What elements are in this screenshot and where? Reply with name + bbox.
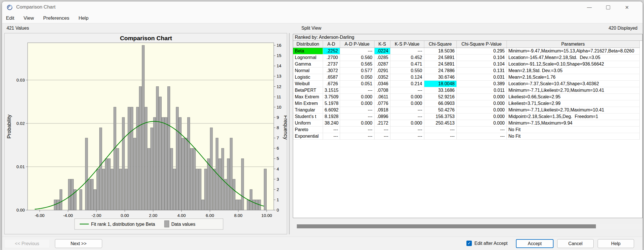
cell-ad[interactable]: .2252 bbox=[323, 48, 340, 54]
cell-adp[interactable]: 0.565 bbox=[340, 61, 374, 68]
cell-chip[interactable]: 0.000 bbox=[456, 100, 507, 107]
split-view-divider[interactable] bbox=[289, 33, 290, 234]
close-button[interactable]: ✕ bbox=[618, 1, 636, 13]
cell-dist[interactable]: Student's t bbox=[293, 113, 323, 120]
cell-chip[interactable]: 0.104 bbox=[456, 61, 507, 68]
help-button[interactable]: Help bbox=[598, 239, 634, 248]
cell-ksp[interactable]: 0.550 bbox=[390, 68, 424, 74]
cell-dist[interactable]: Lognormal bbox=[293, 54, 323, 61]
cell-adp[interactable]: 0.050 bbox=[340, 74, 374, 81]
cell-chip[interactable]: 0.000 bbox=[456, 113, 507, 120]
column-header-chip[interactable]: Chi-Square P-Value bbox=[456, 41, 507, 48]
cell-chip[interactable]: --- bbox=[456, 133, 507, 140]
scrollbar-thumb[interactable] bbox=[297, 224, 596, 228]
accept-button[interactable]: Accept bbox=[516, 239, 554, 248]
cell-chi[interactable]: 66.0903 bbox=[424, 100, 456, 107]
menu-help[interactable]: Help bbox=[75, 13, 92, 23]
cell-ad[interactable]: .6726 bbox=[323, 81, 340, 87]
cell-adp[interactable]: 0.000 bbox=[340, 100, 374, 107]
cell-chi[interactable]: 30.6746 bbox=[424, 74, 456, 81]
cell-adp[interactable]: --- bbox=[340, 107, 374, 113]
cell-chi[interactable]: 33.1686 bbox=[424, 87, 456, 94]
cell-ks[interactable]: --- bbox=[374, 127, 390, 133]
menu-view[interactable]: View bbox=[20, 13, 38, 23]
cell-ad[interactable]: 5.1978 bbox=[323, 100, 340, 107]
column-header-ks[interactable]: K-S bbox=[374, 41, 390, 48]
cell-ksp[interactable]: --- bbox=[390, 48, 424, 54]
cell-params[interactable]: Minimum=-7.15,Maximum=9.94 bbox=[507, 120, 639, 127]
cell-chip[interactable]: 0.000 bbox=[456, 120, 507, 127]
edit-after-accept-checkbox[interactable]: ✓ bbox=[466, 241, 472, 246]
cell-chip[interactable]: 0.000 bbox=[456, 94, 507, 100]
cell-chi[interactable]: 18.0048 bbox=[424, 81, 456, 87]
table-row-min-extrem[interactable]: Min Extrem5.19780.000.07760.00066.09030.… bbox=[293, 100, 639, 107]
column-header-dist[interactable]: Distribution bbox=[293, 41, 323, 48]
cell-chi[interactable]: 50.4276 bbox=[424, 107, 456, 113]
cell-ks[interactable]: .0346 bbox=[374, 81, 390, 87]
cell-ad[interactable]: .2737 bbox=[323, 61, 340, 68]
maximize-button[interactable] bbox=[599, 1, 618, 13]
table-row-gamma[interactable]: Gamma.27370.565.02870.47124.58910.104Loc… bbox=[293, 61, 639, 68]
cell-ad[interactable]: .3072 bbox=[323, 68, 340, 74]
cell-ad[interactable]: --- bbox=[323, 133, 340, 140]
cell-adp[interactable]: 0.000 bbox=[340, 120, 374, 127]
cell-chi[interactable]: 250.4513 bbox=[424, 120, 456, 127]
table-row-logistic[interactable]: Logistic.65870.050.03520.12430.67460.031… bbox=[293, 74, 639, 81]
cell-adp[interactable]: 0.560 bbox=[340, 54, 374, 61]
cell-ksp[interactable]: 0.452 bbox=[390, 54, 424, 61]
cell-ks[interactable]: .0918 bbox=[374, 107, 390, 113]
cell-params[interactable]: Likeliest=0.66,Scale=2.95 bbox=[507, 94, 639, 100]
cell-params[interactable]: Location=-91.12,Scale=0.10,Shape=936.566… bbox=[507, 61, 639, 68]
cell-chi[interactable]: --- bbox=[424, 133, 456, 140]
cell-dist[interactable]: Uniform bbox=[293, 120, 323, 127]
cell-chip[interactable]: 0.131 bbox=[456, 68, 507, 74]
cell-adp[interactable]: 0.051 bbox=[340, 81, 374, 87]
cell-ks[interactable]: .0776 bbox=[374, 100, 390, 107]
cell-dist[interactable]: Normal bbox=[293, 68, 323, 74]
cell-chi[interactable]: --- bbox=[424, 127, 456, 133]
cell-params[interactable]: No Fit bbox=[507, 127, 639, 133]
table-horizontal-scrollbar[interactable] bbox=[293, 224, 643, 229]
cancel-button[interactable]: Cancel bbox=[557, 239, 594, 248]
cell-dist[interactable]: Logistic bbox=[293, 74, 323, 81]
cell-params[interactable]: Location=-7.37,Scale=10.47,Shape=3.40362 bbox=[507, 81, 639, 87]
cell-ad[interactable]: 38.240 bbox=[323, 120, 340, 127]
column-header-params[interactable]: Parameters bbox=[507, 41, 639, 48]
cell-ks[interactable]: .0291 bbox=[374, 68, 390, 74]
cell-ksp[interactable]: 0.000 bbox=[390, 100, 424, 107]
cell-dist[interactable]: Weibull bbox=[293, 81, 323, 87]
cell-chip[interactable]: 0.295 bbox=[456, 48, 507, 54]
table-row-pareto[interactable]: Pareto------------------No Fit bbox=[293, 127, 639, 133]
cell-adp[interactable]: 0.000 bbox=[340, 94, 374, 100]
cell-ksp[interactable]: 0.000 bbox=[390, 120, 424, 127]
cell-adp[interactable]: --- bbox=[340, 48, 374, 54]
table-row-betapert[interactable]: BetaPERT3.1515---.0708---33.16860.011Min… bbox=[293, 87, 639, 94]
cell-dist[interactable]: Max Extrem bbox=[293, 94, 323, 100]
cell-chip[interactable]: 0.000 bbox=[456, 107, 507, 113]
cell-ksp[interactable]: --- bbox=[390, 133, 424, 140]
minimize-button[interactable]: — bbox=[580, 1, 599, 13]
cell-params[interactable]: Likeliest=3.71,Scale=2.99 bbox=[507, 100, 639, 107]
cell-ks[interactable]: .0287 bbox=[374, 61, 390, 68]
cell-ks[interactable]: .0896 bbox=[374, 113, 390, 120]
cell-ad[interactable]: 8.1928 bbox=[323, 113, 340, 120]
table-row-student-s-t[interactable]: Student's t8.1928---.0896---156.37530.00… bbox=[293, 113, 639, 120]
cell-chi[interactable]: 24.7886 bbox=[424, 68, 456, 74]
table-row-beta[interactable]: Beta.2252---.0224---18.50360.295Minimum=… bbox=[293, 48, 639, 54]
cell-ks[interactable]: --- bbox=[374, 133, 390, 140]
column-header-adp[interactable]: A-D P-Value bbox=[340, 41, 374, 48]
cell-params[interactable]: Minimum=-9.47,Maximum=15.13,Alpha=7.2162… bbox=[507, 48, 639, 54]
table-row-uniform[interactable]: Uniform38.2400.000.21720.000250.45130.00… bbox=[293, 120, 639, 127]
cell-chi[interactable]: 156.3753 bbox=[424, 113, 456, 120]
previous-button[interactable]: << Previous bbox=[4, 239, 50, 248]
cell-chip[interactable]: 0.011 bbox=[456, 87, 507, 94]
cell-params[interactable]: Mean=2.18,Std. Dev.=3.05 bbox=[507, 68, 639, 74]
table-row-lognormal[interactable]: Lognormal.27000.560.02850.45224.58910.10… bbox=[293, 54, 639, 61]
cell-chip[interactable]: 0.389 bbox=[456, 81, 507, 87]
cell-ks[interactable]: .0611 bbox=[374, 94, 390, 100]
cell-ksp[interactable]: --- bbox=[390, 87, 424, 94]
table-row-max-extrem[interactable]: Max Extrem3.75090.000.06110.00052.92160.… bbox=[293, 94, 639, 100]
cell-dist[interactable]: Exponential bbox=[293, 133, 323, 140]
table-row-normal[interactable]: Normal.30720.577.02910.55024.78860.131Me… bbox=[293, 68, 639, 74]
column-header-ad[interactable]: A-D bbox=[323, 41, 340, 48]
